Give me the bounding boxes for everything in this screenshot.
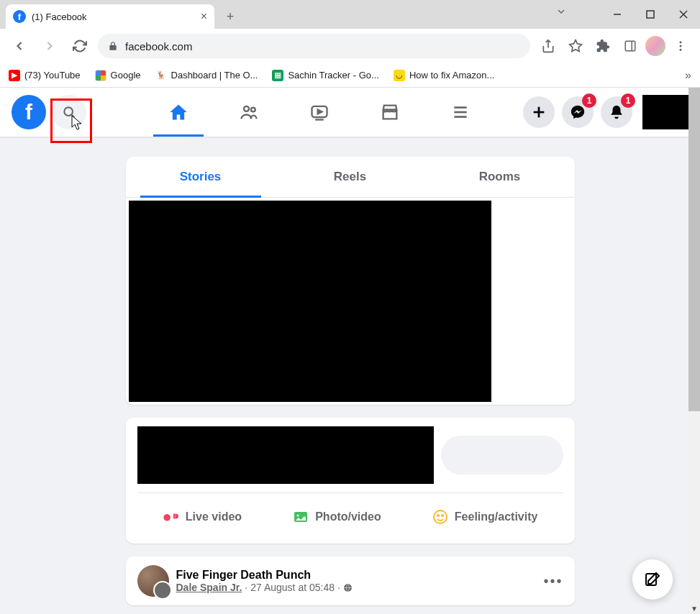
svg-point-12 xyxy=(244,106,249,111)
scrollbar[interactable]: ▼ xyxy=(688,88,700,614)
svg-rect-5 xyxy=(625,41,635,51)
feed-tabs: Stories Reels Rooms xyxy=(126,157,575,198)
back-button[interactable] xyxy=(7,34,32,58)
globe-icon xyxy=(343,583,353,592)
messenger-icon xyxy=(570,104,586,120)
feeling-button[interactable]: Feeling/activity xyxy=(423,502,547,532)
side-panel-icon[interactable] xyxy=(618,34,642,58)
new-post-fab[interactable] xyxy=(632,559,673,600)
post-timestamp[interactable]: 27 August at 05:48 xyxy=(250,582,335,593)
friends-icon xyxy=(239,102,259,122)
facebook-nav xyxy=(144,92,494,132)
svg-point-25 xyxy=(437,515,439,516)
watch-icon xyxy=(309,102,329,122)
facebook-logo[interactable]: f xyxy=(12,95,46,129)
url-text: facebook.com xyxy=(125,40,192,52)
close-window-button[interactable] xyxy=(667,0,700,29)
notifications-badge: 1 xyxy=(621,93,635,108)
bell-icon xyxy=(609,104,624,120)
scrollbar-thumb[interactable] xyxy=(688,88,700,411)
window-controls xyxy=(601,0,700,29)
nav-marketplace[interactable] xyxy=(358,92,422,132)
post-card: Five Finger Death Punch Dale Spain Jr. ·… xyxy=(126,556,575,605)
profile-avatar[interactable] xyxy=(645,36,665,56)
bookmarks-overflow-icon[interactable]: » xyxy=(685,69,691,82)
browser-titlebar: f (1) Facebook × + xyxy=(0,0,700,29)
nav-friends[interactable] xyxy=(217,92,281,132)
post-author[interactable]: Dale Spain Jr. xyxy=(176,582,242,593)
stories-card: Stories Reels Rooms xyxy=(126,157,575,405)
post-menu-button[interactable]: ••• xyxy=(543,573,563,590)
svg-point-13 xyxy=(250,108,255,112)
nav-home[interactable] xyxy=(146,92,211,132)
scroll-down-arrow[interactable]: ▼ xyxy=(688,602,700,614)
tab-reels[interactable]: Reels xyxy=(276,157,425,197)
home-icon xyxy=(168,102,188,122)
extensions-icon[interactable] xyxy=(591,34,615,58)
maximize-button[interactable] xyxy=(634,0,667,29)
photo-icon xyxy=(292,508,309,526)
notifications-button[interactable]: 1 xyxy=(601,96,632,128)
lock-icon xyxy=(108,41,118,51)
reload-button[interactable] xyxy=(68,34,92,58)
svg-point-24 xyxy=(434,510,447,523)
post-page-name[interactable]: Five Finger Death Punch xyxy=(176,569,537,582)
svg-point-23 xyxy=(297,515,299,517)
bookmarks-bar: ▶(73) YouTube Google 🦌Dashboard | The O.… xyxy=(0,63,700,88)
svg-marker-4 xyxy=(570,40,582,52)
stories-tray[interactable] xyxy=(129,201,491,402)
tab-stories[interactable]: Stories xyxy=(126,157,276,197)
bookmark-amazon[interactable]: ◡How to fix Amazon... xyxy=(394,70,495,81)
video-icon: ●⁍ xyxy=(163,508,180,526)
edit-icon xyxy=(644,571,661,588)
messenger-badge: 1 xyxy=(582,93,596,108)
share-icon[interactable] xyxy=(536,34,560,58)
tab-title: (1) Facebook xyxy=(32,12,195,22)
tab-rooms[interactable]: Rooms xyxy=(425,157,575,197)
marketplace-icon xyxy=(380,102,400,122)
facebook-favicon: f xyxy=(13,10,26,23)
tabs-dropdown-icon[interactable] xyxy=(555,6,567,17)
messenger-button[interactable]: 1 xyxy=(562,96,594,128)
highlight-box xyxy=(50,98,92,143)
bookmark-sachin[interactable]: ▦Sachin Tracker - Go... xyxy=(272,70,378,81)
svg-point-7 xyxy=(680,41,682,43)
bookmark-youtube[interactable]: ▶(73) YouTube xyxy=(9,70,81,81)
bookmark-google[interactable]: Google xyxy=(95,70,141,81)
nav-menu[interactable] xyxy=(428,92,493,132)
plus-icon xyxy=(531,104,547,120)
feed-content: Stories Reels Rooms ●⁍Live video Photo/v… xyxy=(0,137,700,614)
svg-marker-15 xyxy=(317,110,322,114)
account-button[interactable] xyxy=(642,95,688,129)
composer-card: ●⁍Live video Photo/video Feeling/activit… xyxy=(126,418,575,544)
svg-point-9 xyxy=(680,49,682,51)
facebook-header: f 1 1 xyxy=(0,88,700,137)
composer-input[interactable] xyxy=(441,436,563,475)
url-input[interactable]: facebook.com xyxy=(98,34,530,58)
nav-watch[interactable] xyxy=(287,92,352,132)
post-avatar[interactable] xyxy=(137,565,169,597)
forward-button[interactable] xyxy=(37,34,62,58)
svg-point-8 xyxy=(680,45,682,47)
live-video-button[interactable]: ●⁍Live video xyxy=(154,502,251,532)
svg-rect-1 xyxy=(647,11,654,18)
browser-tab[interactable]: f (1) Facebook × xyxy=(6,4,214,29)
minimize-button[interactable] xyxy=(601,0,634,29)
menu-icon xyxy=(451,103,470,122)
address-bar: facebook.com xyxy=(0,29,700,63)
svg-point-26 xyxy=(442,515,443,516)
smile-icon xyxy=(432,508,449,526)
bookmark-star-icon[interactable] xyxy=(563,34,588,58)
photo-video-button[interactable]: Photo/video xyxy=(283,502,390,532)
new-tab-button[interactable]: + xyxy=(220,6,240,27)
create-button[interactable] xyxy=(523,96,555,128)
close-tab-icon[interactable]: × xyxy=(201,10,207,23)
bookmark-dashboard[interactable]: 🦌Dashboard | The O... xyxy=(155,70,258,81)
composer-avatar[interactable] xyxy=(137,426,434,484)
chrome-menu-icon[interactable] xyxy=(668,34,693,58)
